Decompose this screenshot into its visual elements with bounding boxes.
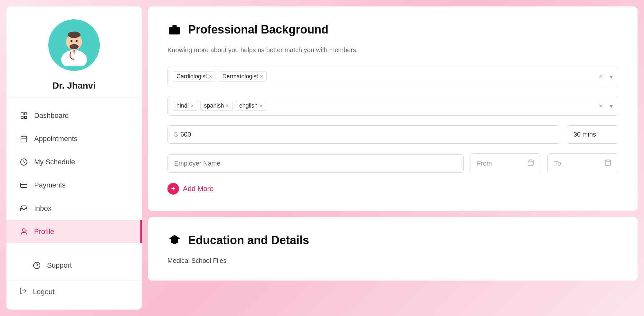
specializations-actions: × ▾ <box>599 72 613 81</box>
profile-label: Profile <box>34 227 54 236</box>
professional-background-subtitle: Knowing more about you helps us better m… <box>167 46 618 54</box>
employer-row: From To <box>167 153 618 173</box>
schedule-icon <box>19 158 28 167</box>
to-calendar-icon <box>604 159 611 168</box>
tag-dermatologist: Dermatologist × <box>219 72 266 81</box>
languages-clear-btn[interactable]: × <box>599 102 603 110</box>
svg-rect-18 <box>21 183 27 187</box>
consultation-duration-field: 30 mins <box>567 125 618 144</box>
sidebar-item-inbox[interactable]: Inbox <box>6 197 142 220</box>
svg-point-7 <box>76 40 78 42</box>
svg-rect-9 <box>21 113 23 115</box>
from-calendar-icon <box>527 159 534 168</box>
sidebar-item-appointments[interactable]: Appointments <box>6 127 142 150</box>
to-label: To <box>554 160 561 167</box>
appointments-icon <box>19 134 28 143</box>
languages-row: hindi × spanish × english × × ▾ <box>167 96 618 116</box>
professional-background-title: Professional Background <box>188 23 328 36</box>
specializations-clear-btn[interactable]: × <box>599 73 603 80</box>
consultation-fee-input[interactable] <box>180 131 554 138</box>
fee-duration-row: $ 30 mins <box>167 125 618 144</box>
dashboard-label: Dashboard <box>34 111 69 120</box>
nav-menu: Dashboard Appointments <box>6 98 142 251</box>
add-more-button[interactable]: + Add More <box>167 183 618 195</box>
svg-rect-11 <box>21 116 23 119</box>
add-more-icon: + <box>167 183 179 195</box>
education-card: Education and Details Medical School Fil… <box>148 217 638 281</box>
svg-point-5 <box>68 32 80 38</box>
schedule-label: My Schedule <box>34 158 75 166</box>
from-label: From <box>477 160 492 167</box>
avatar <box>48 19 100 71</box>
from-date-input[interactable]: From <box>470 153 541 173</box>
remove-hindi[interactable]: × <box>191 103 194 109</box>
svg-point-4 <box>70 44 79 49</box>
svg-rect-28 <box>605 160 611 166</box>
tag-hindi: hindi × <box>173 101 197 111</box>
graduation-icon <box>167 233 182 247</box>
tag-english: english × <box>236 101 266 111</box>
tag-spanish: spanish × <box>200 101 232 111</box>
main-content: Professional Background Knowing more abo… <box>148 6 638 310</box>
svg-point-20 <box>23 229 25 231</box>
sidebar-item-payments[interactable]: Payments <box>6 174 142 197</box>
sidebar-item-dashboard[interactable]: Dashboard <box>6 104 142 127</box>
payments-label: Payments <box>34 181 66 189</box>
logout-icon <box>19 287 27 297</box>
payments-icon <box>19 181 28 190</box>
support-icon <box>32 261 41 270</box>
currency-symbol: $ <box>174 131 178 138</box>
specializations-select[interactable]: Cardiologist × Dermatologist × × ▾ <box>167 67 618 86</box>
profile-icon <box>19 227 28 236</box>
remove-cardiologist[interactable]: × <box>209 74 212 80</box>
to-date-input[interactable]: To <box>547 153 618 173</box>
employer-name-input[interactable] <box>167 154 464 173</box>
add-more-label: Add More <box>183 185 213 193</box>
specializations-dropdown-btn[interactable]: ▾ <box>610 73 613 81</box>
svg-rect-10 <box>24 113 27 115</box>
remove-english[interactable]: × <box>260 103 262 109</box>
remove-dermatologist[interactable]: × <box>260 74 263 80</box>
languages-dropdown-btn[interactable]: ▾ <box>610 102 613 110</box>
sidebar-item-profile[interactable]: Profile <box>6 220 142 243</box>
appointments-label: Appointments <box>34 135 78 143</box>
education-header: Education and Details <box>167 233 618 247</box>
remove-spanish[interactable]: × <box>226 103 229 109</box>
languages-select[interactable]: hindi × spanish × english × × ▾ <box>167 96 618 116</box>
svg-rect-13 <box>21 136 27 142</box>
logout-label: Logout <box>33 288 54 296</box>
logout-button[interactable]: Logout <box>19 287 129 297</box>
languages-actions: × ▾ <box>599 101 613 111</box>
sidebar-item-support[interactable]: Support <box>19 254 129 277</box>
sidebar: Dr. Jhanvi Dashboard <box>6 6 142 310</box>
svg-point-6 <box>71 40 72 42</box>
tag-cardiologist: Cardiologist × <box>173 72 215 81</box>
svg-rect-12 <box>24 116 27 119</box>
medical-school-label: Medical School Files <box>167 257 618 264</box>
professional-background-card: Professional Background Knowing more abo… <box>148 6 638 211</box>
briefcase-icon <box>167 23 182 37</box>
divider2 <box>606 101 606 111</box>
divider <box>606 72 606 81</box>
support-label: Support <box>47 261 72 270</box>
education-title: Education and Details <box>188 234 309 247</box>
logout-section: Logout <box>6 280 142 303</box>
professional-background-header: Professional Background <box>167 23 618 37</box>
consultation-fee-field[interactable]: $ <box>167 125 560 144</box>
specializations-row: Cardiologist × Dermatologist × × ▾ <box>167 67 618 86</box>
avatar-section: Dr. Jhanvi <box>6 6 142 98</box>
dashboard-icon <box>19 111 28 120</box>
inbox-icon <box>19 204 28 213</box>
sidebar-item-my-schedule[interactable]: My Schedule <box>6 150 142 174</box>
doctor-name: Dr. Jhanvi <box>52 81 96 91</box>
svg-rect-24 <box>528 160 534 166</box>
inbox-label: Inbox <box>34 204 52 213</box>
